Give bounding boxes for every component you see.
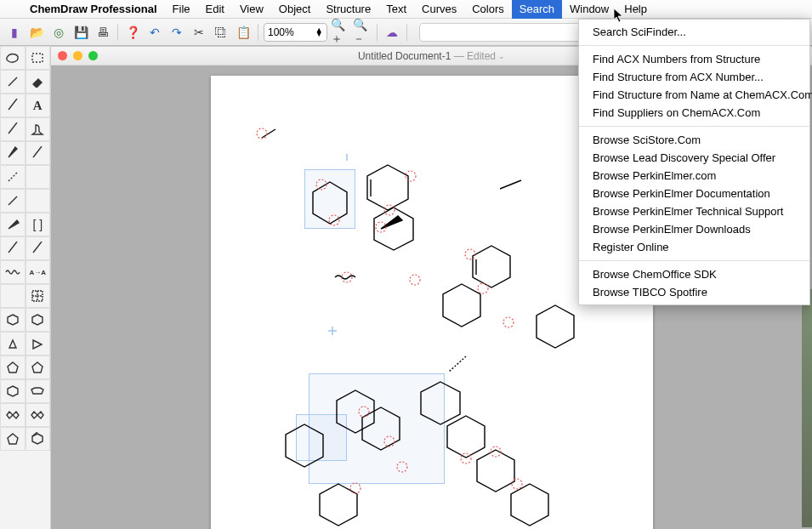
zoom-out-icon[interactable]: 🔍－ [353, 23, 372, 42]
line-tool[interactable] [0, 94, 26, 117]
svg-marker-24 [32, 362, 43, 373]
menu-colors[interactable]: Colors [464, 0, 512, 19]
title-chevron-icon[interactable]: ⌄ [498, 52, 505, 60]
svg-point-64 [461, 453, 471, 464]
rectangle-tool[interactable] [26, 189, 51, 213]
menu-item-browse-perkinelmer[interactable]: Browse PerkinElmer.com [579, 167, 809, 185]
wedge-tool[interactable] [0, 141, 26, 165]
table-tool[interactable] [26, 284, 51, 308]
save-icon[interactable]: 💾 [71, 23, 90, 42]
menu-item-find-acx-from-structure[interactable]: Find ACX Numbers from Structure [579, 50, 809, 68]
menu-item-browse-documentation[interactable]: Browse PerkinElmer Documentation [579, 185, 809, 202]
separator [377, 24, 378, 41]
text-tool[interactable]: A [26, 94, 51, 117]
web-icon[interactable]: ◎ [49, 23, 68, 42]
pentagon2-tool[interactable] [0, 427, 26, 451]
menu-structure[interactable]: Structure [318, 0, 378, 19]
triangle-tool[interactable] [0, 332, 26, 356]
boat-tool[interactable] [26, 379, 51, 403]
menu-separator [579, 126, 809, 127]
svg-line-10 [9, 242, 17, 253]
bond-tool[interactable] [0, 117, 26, 141]
open-icon[interactable]: 📂 [27, 23, 46, 42]
cyclohexane2-tool[interactable] [26, 356, 51, 379]
brackets-tool[interactable]: [ ] [26, 213, 51, 236]
close-window-button[interactable] [58, 51, 67, 60]
menu-item-browse-lead-discovery[interactable]: Browse Lead Discovery Special Offer [579, 149, 809, 167]
zoom-select[interactable]: 100% ▲▼ [264, 23, 327, 42]
copy-icon[interactable]: ⿻ [212, 23, 230, 42]
eraser-tool[interactable] [26, 70, 51, 94]
svg-marker-33 [374, 208, 413, 250]
pen-tool[interactable] [0, 70, 26, 94]
cyclohexane-tool[interactable] [26, 308, 51, 332]
svg-marker-36 [473, 246, 510, 287]
probe-tool[interactable] [26, 165, 51, 189]
new-doc-icon[interactable]: ▮ [5, 23, 24, 42]
arrowhead-tool[interactable] [26, 332, 51, 356]
menu-object[interactable]: Object [271, 0, 319, 19]
menu-view[interactable]: View [232, 0, 271, 19]
svg-point-61 [359, 407, 369, 417]
marquee-tool[interactable] [26, 46, 51, 70]
menu-item-find-structure-from-name[interactable]: Find Structure from Name at ChemACX.Com [579, 86, 809, 104]
svg-line-5 [9, 173, 17, 181]
wavy-bond-tool[interactable] [26, 141, 51, 165]
redo-icon[interactable]: ↷ [168, 23, 186, 42]
paste-icon[interactable]: 📋 [234, 23, 253, 42]
benzene-tool[interactable] [0, 308, 26, 332]
svg-marker-43 [447, 416, 485, 458]
print-icon[interactable]: 🖶 [94, 23, 112, 42]
help-icon[interactable]: ❓ [123, 23, 142, 42]
svg-point-52 [329, 215, 339, 225]
menu-edit[interactable]: Edit [198, 0, 232, 19]
menu-item-register[interactable]: Register Online [579, 238, 809, 256]
menu-search[interactable]: Search [512, 0, 562, 19]
svg-rect-0 [32, 54, 43, 62]
app-name-menu[interactable]: ChemDraw Professional [22, 0, 165, 19]
svg-marker-31 [367, 165, 408, 210]
svg-marker-49 [286, 424, 323, 467]
svg-marker-23 [8, 362, 18, 373]
menu-item-browse-tibco[interactable]: Browse TIBCO Spotfire [579, 283, 809, 301]
zoom-stepper-icon[interactable]: ▲▼ [315, 28, 323, 37]
minimize-window-button[interactable] [73, 51, 82, 60]
menubar: ChemDraw Professional File Edit View Obj… [0, 0, 812, 19]
open-ring-tool[interactable] [26, 403, 51, 427]
cloud-icon[interactable]: ☁ [383, 23, 401, 42]
lasso-tool[interactable] [0, 46, 26, 70]
menu-file[interactable]: File [165, 0, 198, 19]
dashed-bond-tool[interactable] [0, 165, 26, 189]
zoom-window-button[interactable] [88, 51, 98, 60]
grid-tool[interactable] [0, 284, 26, 308]
menu-item-find-structure-from-acx[interactable]: Find Structure from ACX Number... [579, 68, 809, 86]
menu-text[interactable]: Text [378, 0, 414, 19]
menu-item-browse-support[interactable]: Browse PerkinElmer Technical Support [579, 202, 809, 220]
zoom-in-icon[interactable]: 🔍＋ [331, 23, 349, 42]
hex3d-tool[interactable] [26, 427, 51, 451]
menu-window[interactable]: Window [562, 0, 616, 19]
menu-item-browse-chemoffice-sdk[interactable]: Browse ChemOffice SDK [579, 265, 809, 283]
cut-icon[interactable]: ✂ [190, 23, 208, 42]
stamp-tool[interactable] [26, 117, 51, 141]
undo-icon[interactable]: ↶ [145, 23, 164, 42]
pentagon-tool[interactable] [0, 356, 26, 379]
svg-marker-25 [8, 386, 18, 396]
menu-item-browse-downloads[interactable]: Browse PerkinElmer Downloads [579, 220, 809, 238]
menu-item-scifinder[interactable]: Search SciFinder... [579, 23, 809, 41]
arrow-tool[interactable] [0, 236, 26, 260]
squiggle-tool[interactable] [0, 260, 26, 284]
svg-point-57 [410, 275, 420, 285]
menu-item-find-suppliers[interactable]: Find Suppliers on ChemACX.Com [579, 104, 809, 122]
atom-map-tool[interactable]: A→A [26, 260, 51, 284]
double-ring-tool[interactable] [0, 403, 26, 427]
svg-line-2 [9, 122, 17, 134]
arrow2-tool[interactable] [26, 236, 51, 260]
separator [258, 24, 258, 41]
hexagon-tool[interactable] [0, 379, 26, 403]
menu-help[interactable]: Help [616, 0, 655, 19]
thick-bond-tool[interactable] [0, 189, 26, 213]
menu-item-browse-scistore[interactable]: Browse SciStore.Com [579, 131, 809, 149]
menu-curves[interactable]: Curves [414, 0, 464, 19]
filled-wedge-tool[interactable] [0, 213, 26, 236]
